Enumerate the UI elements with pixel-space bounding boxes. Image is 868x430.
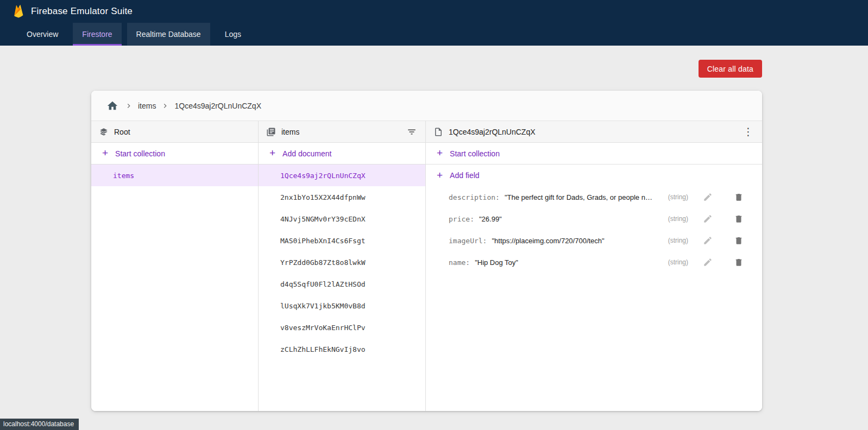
firestore-icon — [99, 127, 109, 137]
breadcrumb-segment-document: 1Qce4s9aj2rQLnUnCZqX — [174, 102, 261, 110]
breadcrumb: items 1Qce4s9aj2rQLnUnCZqX — [91, 91, 762, 121]
edit-field-button[interactable] — [702, 191, 714, 203]
firestore-panel: items 1Qce4s9aj2rQLnUnCZqX Root + Start … — [91, 91, 762, 411]
start-collection-button[interactable]: + Start collection — [426, 143, 762, 165]
pencil-icon — [703, 257, 713, 267]
document-row[interactable]: 1Qce4s9aj2rQLnUnCZqX — [259, 165, 425, 186]
pencil-icon — [703, 192, 713, 202]
edit-field-button[interactable] — [702, 213, 714, 225]
kebab-menu-icon: ⋮ — [743, 127, 753, 137]
chevron-right-icon — [161, 102, 169, 110]
document-row[interactable]: 2nx1bYo15X2X44dfpnWw — [259, 186, 425, 208]
document-row[interactable]: MAS0iPhebXnI4Cs6Fsgt — [259, 230, 425, 251]
tab-overview[interactable]: Overview — [17, 23, 67, 46]
add-field-button[interactable]: + Add field — [426, 165, 762, 186]
edit-field-button[interactable] — [702, 235, 714, 246]
pencil-icon — [703, 236, 713, 245]
field-value: "The perfect gift for Dads, Grads, or pe… — [505, 193, 655, 201]
field-type: (string) — [660, 258, 688, 266]
filter-list-icon — [407, 127, 417, 137]
plus-icon: + — [437, 148, 443, 158]
plus-icon: + — [102, 148, 108, 158]
field-value: "26.99" — [479, 215, 655, 223]
document-row[interactable]: zCLhZhLLFhEkNGvIj8vo — [259, 338, 425, 360]
field-value: "https://placeimg.com/720/700/tech" — [492, 237, 655, 245]
trash-icon — [734, 257, 744, 267]
home-button[interactable] — [105, 99, 119, 113]
chevron-right-icon — [124, 102, 133, 110]
collection-icon — [266, 127, 276, 137]
root-panel-header: Root — [91, 121, 258, 143]
field-key: description: — [449, 193, 500, 201]
start-collection-label: Start collection — [450, 149, 500, 158]
document-panel-header: 1Qce4s9aj2rQLnUnCZqX ⋮ — [426, 121, 762, 143]
app-title: Firebase Emulator Suite — [31, 6, 133, 17]
plus-icon: + — [269, 148, 275, 158]
add-document-button[interactable]: + Add document — [259, 143, 425, 165]
tab-logs[interactable]: Logs — [216, 23, 250, 46]
collection-list-item[interactable]: items — [91, 165, 258, 186]
firestore-columns: Root + Start collection items items — [91, 121, 762, 411]
trash-icon — [734, 214, 744, 224]
clear-all-data-button[interactable]: Clear all data — [699, 60, 762, 78]
delete-field-button[interactable] — [733, 191, 745, 203]
field-row: imageUrl: "https://placeimg.com/720/700/… — [426, 230, 762, 251]
document-icon — [433, 127, 443, 137]
document-row[interactable]: d4q5SqfU0Fl2lAZtHSOd — [259, 273, 425, 295]
document-panel-title: 1Qce4s9aj2rQLnUnCZqX — [449, 128, 536, 136]
field-type: (string) — [660, 193, 688, 201]
field-key: name: — [449, 258, 470, 267]
root-panel-title: Root — [114, 128, 130, 136]
add-document-label: Add document — [282, 149, 331, 158]
document-panel: 1Qce4s9aj2rQLnUnCZqX ⋮ + Start collectio… — [426, 121, 762, 411]
edit-field-button[interactable] — [702, 256, 714, 268]
plus-icon: + — [437, 170, 443, 180]
delete-field-button[interactable] — [733, 235, 745, 246]
app-title-bar: Firebase Emulator Suite — [0, 0, 868, 23]
field-value: "Hip Dog Toy" — [475, 258, 655, 267]
tab-firestore[interactable]: Firestore — [73, 23, 121, 46]
field-key: imageUrl: — [449, 237, 487, 245]
document-menu-button[interactable]: ⋮ — [742, 125, 754, 138]
field-row: price: "26.99" (string) — [426, 208, 762, 230]
field-row: name: "Hip Dog Toy" (string) — [426, 251, 762, 273]
filter-documents-button[interactable] — [406, 126, 418, 138]
nav-tabs: Overview Firestore Realtime Database Log… — [0, 23, 868, 46]
trash-icon — [734, 192, 744, 202]
field-row: description: "The perfect gift for Dads,… — [426, 186, 762, 208]
tab-realtime-database[interactable]: Realtime Database — [127, 23, 210, 46]
start-collection-button[interactable]: + Start collection — [91, 143, 258, 165]
breadcrumb-segment-collection[interactable]: items — [138, 102, 156, 110]
add-field-label: Add field — [450, 171, 479, 180]
document-row[interactable]: 4NJvj5NGMv0rY39cEDnX — [259, 208, 425, 230]
trash-icon — [734, 236, 744, 245]
collection-panel-header: items — [259, 121, 425, 143]
status-bar: localhost:4000/database — [0, 419, 79, 430]
document-row[interactable]: lUsqXk7V1jkb5KM0vB8d — [259, 295, 425, 317]
pencil-icon — [703, 214, 713, 224]
page-toolbar: Clear all data — [91, 60, 762, 78]
document-row[interactable]: YrPZdd0Gb87Zt8o8lwkW — [259, 251, 425, 273]
app-header: Firebase Emulator Suite Overview Firesto… — [0, 0, 868, 46]
field-type: (string) — [660, 215, 688, 223]
delete-field-button[interactable] — [733, 213, 745, 225]
start-collection-label: Start collection — [115, 149, 165, 158]
field-type: (string) — [660, 237, 688, 244]
collection-panel-title: items — [281, 128, 299, 136]
document-row[interactable]: v8veszMrVoKaEnrHClPv — [259, 317, 425, 338]
home-icon — [106, 100, 118, 112]
root-panel: Root + Start collection items — [91, 121, 259, 411]
field-key: price: — [449, 215, 474, 223]
delete-field-button[interactable] — [733, 256, 745, 268]
firebase-logo-icon — [13, 4, 24, 18]
collection-panel: items + Add document 1Qce4s9aj2rQLnUnCZq… — [259, 121, 426, 411]
